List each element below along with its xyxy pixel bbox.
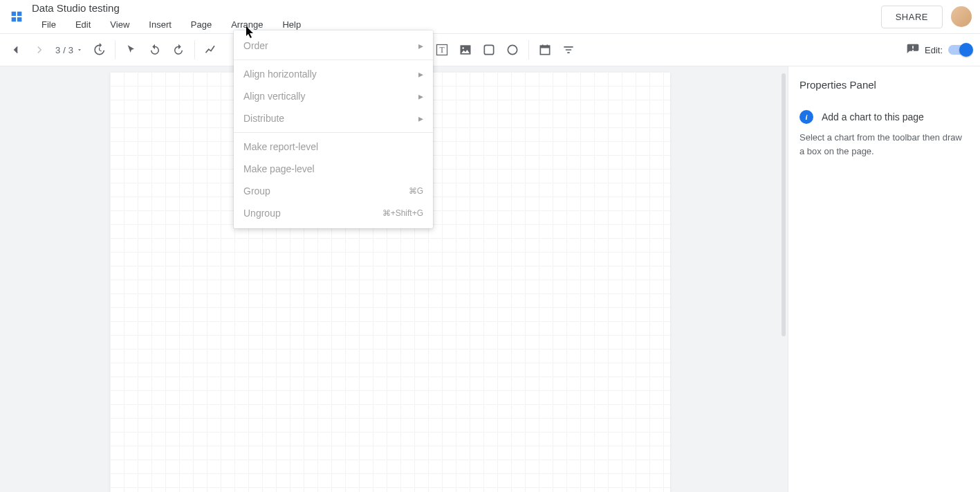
dropdown-item-label: Make page-level [243,163,315,174]
dropdown-item-label: Ungroup [243,208,281,219]
info-icon: i [799,110,813,124]
dropdown-item-ungroup[interactable]: Ungroup ⌘+Shift+G [234,202,433,224]
edit-mode-area: Edit: [925,45,972,55]
dropdown-item-shortcut: ⌘G [409,186,423,196]
page-indicator[interactable]: 3 / 3 [51,45,87,55]
dropdown-item-label: Align vertically [243,91,305,102]
dropdown-item-report-level[interactable]: Make report-level [234,136,433,158]
edit-toggle[interactable] [948,45,972,55]
dropdown-item-align-horizontal[interactable]: Align horizontally ▸ [234,63,433,85]
dropdown-item-label: Align horizontally [243,69,317,80]
nav-back-button[interactable] [4,38,28,62]
menu-file[interactable]: File [32,17,66,33]
menu-view[interactable]: View [100,17,139,33]
submenu-arrow-icon: ▸ [418,40,423,51]
circle-tool-button[interactable] [501,38,524,62]
svg-point-5 [508,45,517,54]
rectangle-tool-button[interactable] [477,38,501,62]
redo-button[interactable] [167,38,190,62]
panel-hint-row: i Add a chart to this page [799,110,969,124]
line-chart-tool[interactable] [199,38,223,62]
dropdown-item-shortcut: ⌘+Shift+G [382,208,423,218]
toolbar-divider [528,40,529,60]
user-avatar[interactable] [951,6,972,27]
toolbar-divider [194,40,195,60]
properties-panel-title: Properties Panel [799,79,969,91]
svg-point-3 [463,47,465,49]
dropdown-separator [234,60,433,60]
svg-rect-7 [540,46,549,48]
svg-rect-4 [484,45,493,54]
app-header: Data Studio testing File Edit View Inser… [0,0,980,33]
menu-insert[interactable]: Insert [139,17,181,33]
image-tool-button[interactable] [454,38,477,62]
toolbar: 3 / 3 T Edit: [0,33,980,66]
vertical-scrollbar[interactable] [779,66,788,492]
select-tool-button[interactable] [120,38,143,62]
panel-hint-body: Select a chart from the toolbar then dra… [799,131,969,158]
page-current: 3 [55,45,60,55]
chevron-down-icon [76,46,83,53]
scrollbar-thumb[interactable] [782,73,786,336]
title-area: Data Studio testing File Edit View Inser… [32,1,881,33]
nav-forward-button[interactable] [28,38,51,62]
dropdown-item-order[interactable]: Order ▸ [234,35,433,57]
text-tool-button[interactable]: T [430,38,454,62]
menu-edit[interactable]: Edit [66,17,100,33]
feedback-button[interactable] [901,38,925,62]
dropdown-item-distribute[interactable]: Distribute ▸ [234,107,433,129]
dropdown-item-page-level[interactable]: Make page-level [234,158,433,180]
menubar: File Edit View Insert Page Arrange Help [32,17,881,33]
submenu-arrow-icon: ▸ [418,91,423,102]
menu-page[interactable]: Page [181,17,221,33]
svg-text:T: T [440,46,445,55]
document-title[interactable]: Data Studio testing [32,2,881,14]
dropdown-item-label: Distribute [243,113,284,124]
panel-hint-title: Add a chart to this page [822,111,924,122]
arrange-dropdown: Order ▸ Align horizontally ▸ Align verti… [234,30,433,228]
submenu-arrow-icon: ▸ [418,69,423,80]
date-range-tool-button[interactable] [533,38,557,62]
share-button[interactable]: SHARE [881,6,943,28]
dropdown-item-align-vertical[interactable]: Align vertically ▸ [234,85,433,107]
dropdown-item-label: Make report-level [243,141,318,152]
page-total: 3 [68,45,73,55]
dropdown-item-group[interactable]: Group ⌘G [234,180,433,202]
dropdown-item-label: Order [243,40,268,51]
edit-label: Edit: [925,45,943,55]
app-logo-icon [8,8,25,25]
workspace: Properties Panel i Add a chart to this p… [0,66,980,492]
filter-tool-button[interactable] [557,38,580,62]
undo-button[interactable] [143,38,167,62]
toolbar-divider [115,40,115,60]
dropdown-separator [234,132,433,133]
page-sep: / [63,45,66,55]
history-button[interactable] [87,38,111,62]
properties-panel: Properties Panel i Add a chart to this p… [788,66,980,492]
submenu-arrow-icon: ▸ [418,113,423,124]
dropdown-item-label: Group [243,185,270,197]
